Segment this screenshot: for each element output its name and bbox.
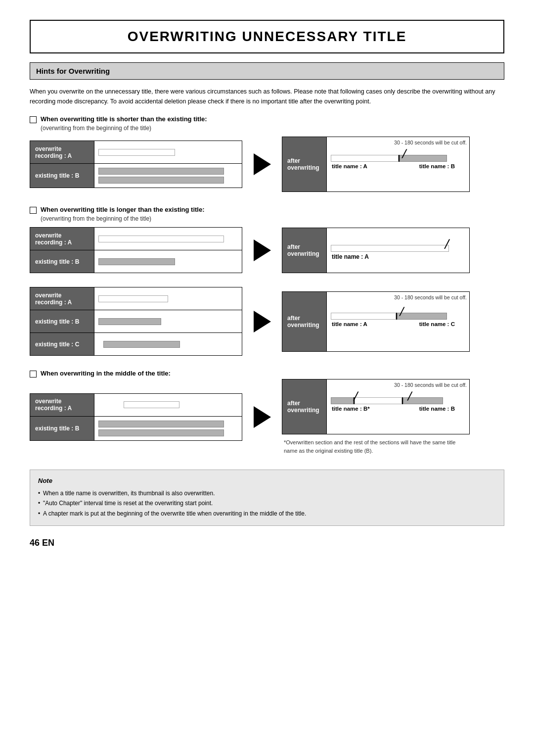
scenario-1-sub: (overwriting from the beginning of the t… <box>41 125 504 132</box>
section-header: Hints for Overwriting <box>30 62 504 80</box>
bar-a-short <box>98 149 175 156</box>
note-item-1: When a title name is overwritten, its th… <box>38 488 496 498</box>
bar-b-4 <box>98 421 224 427</box>
after-label-4: afteroverwriting <box>282 379 327 434</box>
bar-a-mid <box>98 295 168 302</box>
seg-a-only: ╱ <box>331 245 449 252</box>
seg-b-start-4 <box>331 397 354 404</box>
label-overwrite-4: overwriterecording : A <box>30 394 94 416</box>
footnote-4: *Overwritten section and the rest of the… <box>282 438 470 455</box>
checkbox-icon-4 <box>30 371 37 378</box>
bar-a-full <box>98 236 224 242</box>
diagram-row-overwrite-2: overwriterecording : A <box>30 228 242 250</box>
right-content-2: ╱ title name : A <box>327 228 469 273</box>
after-label-3: afteroverwriting <box>282 292 327 351</box>
checkbox-icon-2 <box>30 207 37 214</box>
diagram-left-3: overwriterecording : A existing title : … <box>30 287 242 356</box>
after-label-2: afteroverwriting <box>282 228 327 273</box>
arrow-3 <box>252 311 272 332</box>
diagram-row-existing-3b: existing title : B <box>30 310 242 333</box>
diagram-row-existing-1: existing title : B <box>30 164 242 188</box>
diagram-left-4: overwriterecording : A existing title : … <box>30 393 242 441</box>
diagram-left-2: overwriterecording : A existing title : … <box>30 227 242 273</box>
label-overwrite-1: overwriterecording : A <box>30 141 94 163</box>
slash-1: ╱ <box>402 150 406 157</box>
arrow-icon-3 <box>254 311 271 332</box>
seg-c-3 <box>397 313 447 320</box>
title-a-label-3: title name : A <box>332 321 367 327</box>
content-overwrite-4 <box>94 394 242 416</box>
scenario-3: overwriterecording : A existing title : … <box>30 287 504 356</box>
content-existing-4 <box>94 417 242 440</box>
page-title: OVERWRITING UNNECESSARY TITLE <box>30 20 504 53</box>
scenario-1: When overwriting title is shorter than t… <box>30 115 504 192</box>
title-a-label-2: title name : A <box>332 253 369 260</box>
right-content-4: 30 - 180 seconds will be cut off. ╱ ╱ <box>327 379 469 434</box>
slash-4b: ╱ <box>407 392 412 400</box>
diagram-row-overwrite-3: overwriterecording : A <box>30 287 242 310</box>
arrow-icon-2 <box>254 239 271 261</box>
diagram-right-1: afteroverwriting 30 - 180 seconds will b… <box>282 137 470 192</box>
bar-b-3 <box>98 318 161 325</box>
label-existing-3c: existing title : C <box>30 333 94 355</box>
after-label-1: afteroverwriting <box>282 137 327 191</box>
content-overwrite-3 <box>94 287 242 310</box>
bar-b-full-2 <box>98 177 224 184</box>
seg-a-4 <box>355 397 402 404</box>
title-a-label-1: title name : A <box>332 163 367 169</box>
right-content-3: 30 - 180 seconds will be cut off. ╱ titl… <box>327 292 469 351</box>
scenario-2-title: When overwriting title is longer than th… <box>30 206 504 213</box>
scenario-2: When overwriting title is longer than th… <box>30 206 504 273</box>
diagram-right-3: afteroverwriting 30 - 180 seconds will b… <box>282 291 470 352</box>
diagram-row-overwrite-4: overwriterecording : A <box>30 394 242 417</box>
cut-off-note-4: 30 - 180 seconds will be cut off. <box>368 382 467 388</box>
title-b-label-1: title name : B <box>419 163 455 169</box>
arrow-2 <box>252 239 272 261</box>
diagram-row-existing-4: existing title : B <box>30 417 242 440</box>
diagram-right-4-wrapper: afteroverwriting 30 - 180 seconds will b… <box>282 379 470 455</box>
diagram-row-existing-3c: existing title : C <box>30 333 242 355</box>
bar-c-3 <box>103 341 180 348</box>
title-b-label-4: title name : B <box>419 406 455 412</box>
title-labels-4: title name : B* title name : B <box>331 404 456 413</box>
arrow-1 <box>252 153 272 175</box>
content-existing-3c <box>94 333 242 355</box>
page-number: 46 EN <box>30 538 504 548</box>
scenario-3-diagram: overwriterecording : A existing title : … <box>30 287 504 356</box>
content-overwrite-1 <box>94 141 242 163</box>
content-existing-3b <box>94 310 242 332</box>
note-item-3: A chapter mark is put at the beginning o… <box>38 509 496 519</box>
label-existing-2: existing title : B <box>30 250 94 273</box>
checkbox-icon-1 <box>30 116 37 123</box>
slash-3: ╱ <box>400 308 404 315</box>
bar-a-mid-4 <box>124 401 179 408</box>
note-box: Note When a title name is overwritten, i… <box>30 470 504 526</box>
arrow-icon-4 <box>254 406 271 428</box>
content-existing-2 <box>94 250 242 273</box>
right-content-1: 30 - 180 seconds will be cut off. ╱ titl… <box>327 137 469 191</box>
diagram-left-1: overwriterecording : A existing title : … <box>30 141 242 188</box>
scenario-2-sub: (overwriting from the beginning of the t… <box>41 215 504 222</box>
cut-off-note-3: 30 - 180 seconds will be cut off. <box>368 294 467 300</box>
result-bars-1 <box>331 155 456 162</box>
scenario-2-diagram: overwriterecording : A existing title : … <box>30 227 504 273</box>
result-area-4: ╱ ╱ <box>331 397 465 404</box>
label-overwrite-2: overwriterecording : A <box>30 228 94 250</box>
arrow-4 <box>252 406 272 428</box>
scenario-4-title: When overwriting in the middle of the ti… <box>30 370 504 377</box>
label-existing-4: existing title : B <box>30 417 94 440</box>
scenario-1-title: When overwriting title is shorter than t… <box>30 115 504 123</box>
content-overwrite-2 <box>94 228 242 250</box>
note-title: Note <box>38 477 496 484</box>
scenario-1-diagram: overwriterecording : A existing title : … <box>30 137 504 192</box>
diagram-row-existing-2: existing title : B <box>30 250 242 273</box>
slash-4a: ╱ <box>354 392 358 400</box>
scenario-4: When overwriting in the middle of the ti… <box>30 370 504 455</box>
note-item-2: "Auto Chapter" interval time is reset at… <box>38 498 496 508</box>
result-area-2: ╱ <box>331 245 465 252</box>
title-labels-3: title name : A title name : C <box>331 320 456 329</box>
result-bars-3 <box>331 313 456 320</box>
label-overwrite-3: overwriterecording : A <box>30 287 94 310</box>
title-bstar-label-4: title name : B* <box>332 406 370 412</box>
intro-text: When you overwrite on the unnecessary ti… <box>30 87 504 106</box>
